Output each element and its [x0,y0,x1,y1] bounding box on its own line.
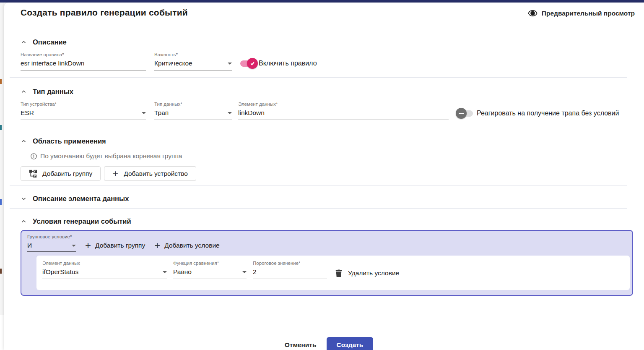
minus-icon [459,113,464,114]
section-header-element-description[interactable]: Описание элемента данных [21,194,633,203]
scope-info-text: По умолчанию будет выбрана корневая груп… [40,152,182,160]
chevron-down-icon [228,112,232,114]
condition-element-select[interactable]: ifOperStatus [42,266,167,279]
scope-info-row: По умолчанию будет выбрана корневая груп… [30,152,633,160]
section-header-conditions[interactable]: Условия генерации событий [21,217,633,225]
data-element-field: Элемент данных* [238,102,449,120]
section-divider [10,77,627,78]
condition-threshold-label: Пороговое значение* [253,261,327,266]
section-divider [10,127,627,127]
add-group-button-label: Добавить группу [42,170,92,178]
trash-icon [335,269,343,277]
add-condition-group-button[interactable]: + Добавить группу [85,242,145,252]
section-title: Описание [33,38,67,46]
plus-icon: + [112,170,118,178]
plus-icon: + [85,242,91,249]
severity-field: Важность* Критическое [154,52,232,71]
device-type-value: ESR [21,109,139,117]
data-kind-value: Трап [154,109,225,117]
background-fleck [0,125,2,130]
chevron-down-icon [142,112,146,114]
section-divider [10,208,627,209]
enable-rule-toggle-label: Включить правило [259,60,317,67]
trap-no-condition-toggle[interactable] [457,108,474,119]
condition-function-select[interactable]: Равно [173,266,247,279]
condition-threshold-input[interactable] [253,268,327,276]
data-kind-field: Тип данных* Трап [154,102,232,120]
condition-threshold-field: Пороговое значение* [253,261,327,279]
chevron-down-icon [21,196,27,202]
data-kind-label: Тип данных* [154,102,232,107]
section-header-data-type[interactable]: Тип данных [21,87,633,96]
enable-rule-toggle[interactable] [239,58,256,69]
condition-function-value: Равно [173,268,240,276]
condition-group-box: Групповое условие* И + Добавить группу +… [21,230,633,296]
rule-name-input[interactable] [21,60,146,67]
background-fleck [0,79,2,84]
plus-icon: + [154,242,160,249]
group-condition-select[interactable]: И [27,240,76,252]
condition-row: Элемент данных ifOperStatus Функция срав… [36,256,630,290]
condition-function-field: Функция сравнения* Равно [173,261,247,279]
background-fleck [0,269,2,274]
section-title: Условия генерации событий [33,217,131,225]
add-condition-label: Добавить условие [164,242,220,249]
group-condition-label: Групповое условие* [27,234,76,240]
add-device-button-label: Добавить устройство [124,170,188,178]
data-element-label: Элемент данных* [238,102,449,107]
toggle-thumb [456,108,467,119]
preview-button[interactable]: Предварительный просмотр [528,8,635,18]
severity-value: Критическое [154,60,225,67]
group-tree-icon [29,170,37,178]
section-header-scope[interactable]: Область применения [21,137,633,145]
section-title: Область применения [33,137,106,145]
severity-label: Важность* [154,52,232,58]
condition-element-label: Элемент данных [42,261,167,266]
background-left-strip [0,3,4,315]
group-condition-value: И [27,242,69,249]
background-fleck [0,199,2,205]
severity-select[interactable]: Критическое [154,58,232,71]
condition-element-value: ifOperStatus [42,268,160,276]
condition-function-label: Функция сравнения* [173,261,247,266]
eye-icon [528,8,538,18]
check-icon [249,60,255,66]
rule-name-label: Название правила* [21,52,146,58]
add-device-button[interactable]: + Добавить устройство [104,166,196,181]
chevron-up-icon [21,89,27,95]
device-type-select[interactable]: ESR [21,107,146,120]
data-kind-select[interactable]: Трап [154,107,232,120]
preview-label: Предварительный просмотр [542,10,635,17]
delete-condition-label: Удалить условие [348,269,399,277]
rule-name-field: Название правила* [21,52,146,71]
section-title: Описание элемента данных [33,195,129,203]
section-title: Тип данных [33,88,73,96]
chevron-down-icon [163,271,167,273]
condition-element-field: Элемент данных ifOperStatus [42,261,167,279]
create-button[interactable]: Создать [327,337,374,350]
chevron-up-icon [21,138,27,144]
cancel-button[interactable]: Отменить [280,338,321,350]
delete-condition-button[interactable]: Удалить условие [335,269,399,277]
group-condition-field: Групповое условие* И [27,234,76,252]
chevron-up-icon [21,218,27,225]
data-element-input[interactable] [238,109,449,117]
create-rule-dialog: Создать правило генерации событий Предва… [4,3,644,350]
chevron-down-icon [72,245,76,247]
chevron-down-icon [228,63,232,65]
trap-no-condition-toggle-label: Реагировать на получение трапа без услов… [477,110,619,117]
section-header-description[interactable]: Описание [21,38,633,46]
add-group-button[interactable]: Добавить группу [21,166,101,181]
device-type-label: Тип устройства* [21,102,146,107]
add-condition-button[interactable]: + Добавить условие [154,242,220,252]
toggle-thumb [247,58,258,69]
device-type-field: Тип устройства* ESR [21,102,146,120]
chevron-down-icon [242,271,247,273]
info-icon [30,153,37,160]
add-condition-group-label: Добавить группу [95,242,145,249]
section-divider [10,185,627,186]
chevron-up-icon [21,39,27,45]
